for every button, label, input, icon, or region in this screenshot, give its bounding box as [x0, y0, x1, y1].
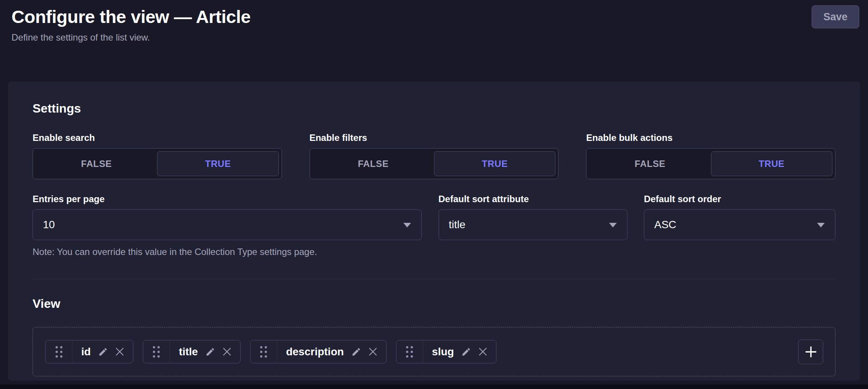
pencil-icon: [461, 347, 471, 357]
enable-filters-false-option[interactable]: FALSE: [313, 151, 434, 176]
view-fields-dropzone: id: [33, 327, 835, 376]
add-field-button[interactable]: [798, 340, 823, 364]
page-subtitle: Define the settings of the list view.: [11, 32, 857, 43]
view-field-chip-id: id: [45, 340, 133, 363]
drag-handle-icon: [54, 345, 64, 359]
enable-bulk-actions-false-option[interactable]: FALSE: [589, 151, 711, 176]
chip-body: description: [277, 340, 386, 363]
field-default-sort-attribute: Default sort attribute title: [439, 194, 627, 240]
remove-field-button[interactable]: [478, 347, 487, 356]
view-heading: View: [33, 297, 835, 311]
field-default-sort-order: Default sort order ASC: [644, 194, 835, 240]
remove-field-button[interactable]: [115, 347, 124, 356]
field-enable-bulk-actions: Enable bulk actions FALSE TRUE: [586, 132, 835, 179]
drag-handle[interactable]: [251, 340, 277, 363]
pencil-icon: [351, 347, 361, 357]
drag-handle[interactable]: [46, 340, 72, 363]
field-enable-filters: Enable filters FALSE TRUE: [310, 132, 559, 179]
x-icon: [223, 347, 231, 356]
x-icon: [115, 347, 124, 356]
chip-label: title: [179, 346, 198, 358]
pencil-icon: [205, 347, 215, 357]
chip-body: slug: [423, 340, 496, 363]
field-label: Enable filters: [310, 132, 559, 143]
select-value: ASC: [654, 219, 676, 231]
drag-handle-icon: [405, 345, 414, 359]
field-label: Enable search: [33, 132, 282, 143]
edit-field-button[interactable]: [351, 347, 361, 357]
drag-handle-icon: [259, 345, 268, 359]
enable-bulk-actions-toggle: FALSE TRUE: [586, 148, 835, 179]
select-value: 10: [43, 219, 55, 231]
enable-search-toggle: FALSE TRUE: [33, 148, 282, 179]
window-bottom-edge: [0, 384, 868, 389]
caret-down-icon: [817, 222, 825, 228]
plus-icon: [804, 345, 818, 359]
field-label: Default sort attribute: [439, 194, 627, 204]
entries-per-page-select[interactable]: 10: [33, 209, 422, 240]
edit-field-button[interactable]: [461, 347, 471, 357]
enable-filters-toggle: FALSE TRUE: [310, 148, 559, 179]
enable-search-true-option[interactable]: TRUE: [157, 151, 278, 176]
entries-per-page-hint: Note: You can override this value in the…: [33, 247, 422, 257]
field-label: Entries per page: [33, 194, 422, 204]
default-sort-attribute-select[interactable]: title: [439, 209, 627, 240]
chip-label: id: [81, 346, 91, 358]
field-enable-search: Enable search FALSE TRUE: [33, 132, 282, 179]
pencil-icon: [98, 347, 108, 357]
view-field-chip-description: description: [250, 340, 387, 363]
field-label: Enable bulk actions: [586, 132, 835, 143]
chip-label: slug: [432, 346, 454, 358]
field-label: Default sort order: [644, 194, 835, 204]
view-field-chip-title: title: [143, 340, 241, 363]
select-value: title: [449, 219, 466, 231]
settings-heading: Settings: [33, 101, 835, 116]
page-title: Configure the view — Article: [11, 6, 857, 27]
field-entries-per-page: Entries per page 10 Note: You can overri…: [33, 194, 422, 257]
chip-body: title: [170, 340, 240, 363]
x-icon: [368, 347, 377, 356]
enable-search-false-option[interactable]: FALSE: [36, 151, 157, 176]
selects-row: Entries per page 10 Note: You can overri…: [33, 194, 835, 257]
settings-panel: Settings Enable search FALSE TRUE Enable…: [8, 82, 860, 381]
default-sort-order-select[interactable]: ASC: [644, 209, 835, 240]
toggles-row: Enable search FALSE TRUE Enable filters …: [33, 132, 835, 179]
caret-down-icon: [403, 222, 411, 228]
enable-bulk-actions-true-option[interactable]: TRUE: [711, 151, 832, 176]
enable-filters-true-option[interactable]: TRUE: [434, 151, 555, 176]
remove-field-button[interactable]: [223, 347, 231, 356]
view-field-chip-slug: slug: [396, 340, 497, 363]
drag-handle-icon: [152, 345, 161, 359]
edit-field-button[interactable]: [98, 347, 108, 357]
edit-field-button[interactable]: [205, 347, 215, 357]
remove-field-button[interactable]: [368, 347, 377, 356]
chip-label: description: [286, 346, 344, 358]
drag-handle[interactable]: [143, 340, 170, 363]
caret-down-icon: [609, 222, 617, 228]
chip-body: id: [72, 340, 133, 363]
x-icon: [478, 347, 487, 356]
page-header: Configure the view — Article Define the …: [0, 0, 868, 82]
section-divider: [33, 279, 835, 279]
save-button[interactable]: Save: [812, 5, 859, 28]
drag-handle[interactable]: [396, 340, 423, 363]
